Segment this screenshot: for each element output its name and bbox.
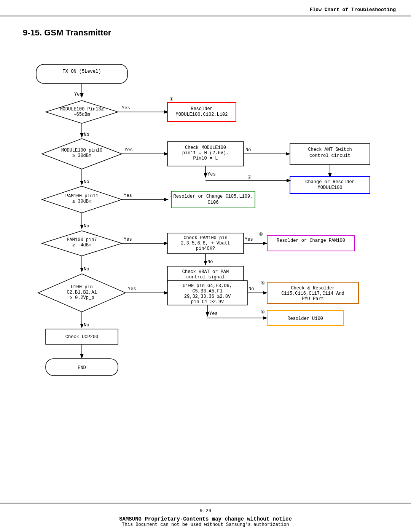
svg-text:No: No	[84, 224, 89, 229]
svg-text:①: ①	[169, 97, 174, 102]
svg-text:Yes: Yes	[207, 172, 216, 177]
footer-page-number: 9-29	[15, 508, 396, 514]
header-title: Flow Chart of Troubleshooting	[310, 7, 396, 13]
svg-text:Yes: Yes	[124, 147, 133, 153]
svg-text:PMU Part: PMU Part	[302, 296, 324, 302]
svg-text:Pin10 = L: Pin10 = L	[193, 156, 218, 161]
page: Flow Chart of Troubleshooting 9-15. GSM …	[0, 0, 411, 532]
svg-text:2,3,5,6,8, + Vbatt: 2,3,5,6,8, + Vbatt	[181, 241, 230, 246]
svg-text:No: No	[84, 132, 89, 137]
svg-text:Yes: Yes	[124, 237, 132, 242]
svg-text:PAM100 pin7: PAM100 pin7	[67, 237, 97, 243]
svg-text:Resolder or Change C105,L109,: Resolder or Change C105,L109,	[174, 194, 253, 199]
svg-text:Check VBAT or PAM: Check VBAT or PAM	[182, 269, 229, 275]
svg-text:Yes: Yes	[245, 237, 253, 242]
svg-text:Check & Resolder: Check & Resolder	[291, 286, 335, 291]
svg-text:pin11 = H (2.6V),: pin11 = H (2.6V),	[182, 150, 229, 156]
svg-text:≥ 30dBm: ≥ 30dBm	[72, 153, 91, 158]
svg-text:Yes: Yes	[128, 286, 136, 292]
svg-text:Check MODULE100: Check MODULE100	[185, 145, 226, 150]
svg-text:MODULE100 pin10: MODULE100 pin10	[61, 148, 102, 153]
svg-text:C2,B1,B2,A1: C2,B1,B2,A1	[67, 290, 97, 295]
svg-text:Resolder U100: Resolder U100	[287, 316, 323, 321]
header: Flow Chart of Troubleshooting	[0, 0, 411, 16]
svg-text:Change or Resolder: Change or Resolder	[305, 179, 355, 185]
svg-text:No: No	[84, 267, 89, 272]
svg-text:TX ON (5Level): TX ON (5Level)	[63, 69, 101, 74]
svg-text:≥ -4dBm: ≥ -4dBm	[72, 243, 91, 248]
svg-text:④: ④	[259, 232, 263, 237]
svg-text:Resolder or Change PAM100: Resolder or Change PAM100	[277, 238, 345, 243]
footer: 9-29 SAMSUNG Proprietary-Contents may ch…	[0, 503, 411, 532]
svg-text:Yes: Yes	[124, 193, 132, 198]
svg-text:U100 pin: U100 pin	[71, 284, 93, 290]
svg-text:pin4OK?: pin4OK?	[196, 246, 215, 251]
svg-text:29,32,33,36 ≥2.8V: 29,32,33,36 ≥2.8V	[184, 294, 231, 299]
svg-text:C106: C106	[208, 200, 219, 205]
svg-text:Yes: Yes	[122, 105, 130, 111]
svg-text:Yes: Yes	[209, 311, 218, 316]
title-section: 9-15. GSM Transmitter	[0, 16, 411, 42]
svg-text:No: No	[84, 323, 89, 328]
svg-text:control signal: control signal	[186, 275, 225, 280]
svg-text:Yes: Yes	[74, 92, 83, 97]
svg-text:control circuit: control circuit	[309, 153, 350, 158]
svg-text:No: No	[245, 147, 251, 153]
svg-text:PAM100 pin11: PAM100 pin11	[65, 193, 98, 199]
svg-text:≥ 30dBm: ≥ 30dBm	[72, 199, 91, 204]
svg-text:Resolder: Resolder	[191, 106, 213, 112]
svg-text:pin C1 ≥2.9V: pin C1 ≥2.9V	[191, 299, 224, 305]
flowchart-area: text { font-family: 'Courier New', Couri…	[0, 42, 411, 479]
flowchart-svg: text { font-family: 'Courier New', Couri…	[0, 42, 411, 479]
footer-main-text: SAMSUNG Proprietary-Contents may change …	[15, 516, 396, 522]
svg-text:MODULE100 Pin13≥: MODULE100 Pin13≥	[60, 107, 104, 112]
svg-text:Check UCP200: Check UCP200	[65, 334, 98, 340]
footer-sub-text: This Document can not be used without Sa…	[15, 522, 396, 527]
svg-text:⑤: ⑤	[261, 281, 265, 286]
svg-text:⑥: ⑥	[261, 310, 265, 315]
svg-text:C5,B3,A5,F1: C5,B3,A5,F1	[192, 289, 222, 294]
svg-text:MODULE100: MODULE100	[318, 185, 342, 190]
page-title: 9-15. GSM Transmitter	[23, 28, 388, 38]
svg-text:MODULE100,C102,L102: MODULE100,C102,L102	[176, 112, 228, 117]
svg-text:END: END	[78, 365, 86, 371]
svg-text:U100 pin G4,F3,D6,: U100 pin G4,F3,D6,	[183, 283, 232, 289]
svg-text:Check PAM100 pin: Check PAM100 pin	[183, 235, 227, 241]
svg-text:No: No	[84, 179, 89, 185]
svg-text:②: ②	[247, 175, 252, 180]
svg-text:≥ 0.2Vp_p: ≥ 0.2Vp_p	[70, 295, 94, 300]
svg-text:Check ANT Switch: Check ANT Switch	[308, 147, 352, 152]
svg-text:-65dBm: -65dBm	[73, 112, 90, 117]
svg-text:No: No	[249, 286, 254, 292]
svg-text:C115,C116,C117,C114 And: C115,C116,C117,C114 And	[281, 291, 344, 296]
svg-text:No: No	[207, 259, 213, 265]
